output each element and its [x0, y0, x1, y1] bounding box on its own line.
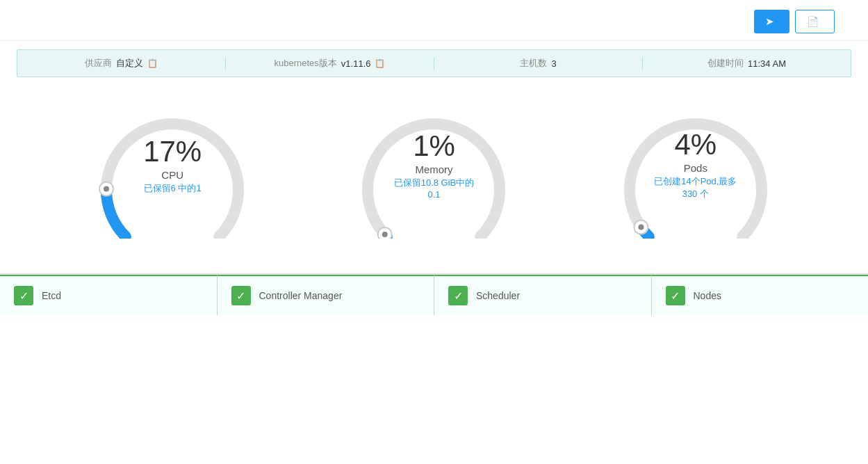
status-item-2: ✓ Scheduler	[434, 275, 652, 315]
terminal-icon: ➤	[765, 15, 774, 28]
status-check-1: ✓	[231, 286, 251, 305]
gauge-sublabel-cpu: 已保留6 中的1	[143, 182, 202, 195]
status-bar: ✓ Etcd ✓ Controller Manager ✓ Scheduler …	[0, 273, 868, 315]
gauge-sublabel-memory: 已保留10.8 GiB中的0.1	[392, 177, 475, 200]
gauge-label-memory: Memory	[392, 163, 475, 175]
gauge-sublabel-pods: 已创建14个Pod,最多330 个	[654, 175, 737, 200]
copy-icon-0[interactable]: 📋	[147, 58, 158, 68]
gauge-percent-pods: 4%	[654, 130, 737, 159]
info-value-0: 自定义	[116, 57, 143, 70]
kubectl-button[interactable]: ➤	[754, 10, 789, 33]
gauge-label-cpu: CPU	[143, 169, 202, 181]
kubeconfig-button[interactable]: 📄	[795, 10, 835, 33]
gauge-wrapper-pods: 4% Pods 已创建14个Pod,最多330 个	[612, 99, 779, 239]
gauge-percent-memory: 1%	[392, 131, 475, 161]
gauges-section: 17% CPU 已保留6 中的1 1% Memory 已保留10.8 GiB中的…	[0, 86, 868, 246]
info-item-2: 主机数 3	[434, 57, 643, 70]
status-label-3: Nodes	[694, 290, 721, 301]
info-value-1: v1.11.6	[341, 58, 371, 69]
gauge-cpu: 17% CPU 已保留6 中的1	[47, 99, 297, 239]
gauge-pods: 4% Pods 已创建14个Pod,最多330 个	[571, 99, 821, 239]
status-check-3: ✓	[666, 286, 685, 305]
more-options-button[interactable]	[840, 19, 851, 24]
page-header: ➤ 📄	[0, 0, 868, 41]
status-item-3: ✓ Nodes	[652, 275, 869, 315]
info-item-0: 供应商 自定义 📋	[17, 57, 226, 70]
status-label-2: Scheduler	[476, 290, 520, 301]
copy-icon-1[interactable]: 📋	[375, 58, 385, 68]
status-item-1: ✓ Controller Manager	[218, 275, 435, 315]
status-label-1: Controller Manager	[259, 290, 343, 301]
svg-point-5	[638, 224, 644, 230]
info-item-1: kubernetes版本 v1.11.6 📋	[226, 57, 434, 70]
info-label-1: kubernetes版本	[275, 57, 337, 70]
info-bar: 供应商 自定义 📋 kubernetes版本 v1.11.6 📋 主机数 3 创…	[17, 49, 851, 77]
header-actions: ➤ 📄	[754, 10, 851, 33]
gauge-center-memory: 1% Memory 已保留10.8 GiB中的0.1	[392, 131, 475, 200]
gauge-label-pods: Pods	[654, 162, 737, 174]
svg-point-1	[104, 186, 109, 192]
gauge-memory: 1% Memory 已保留10.8 GiB中的0.1	[309, 99, 559, 239]
status-label-0: Etcd	[42, 290, 61, 301]
info-item-3: 创建时间 11:34 AM	[643, 57, 851, 70]
info-value-2: 3	[551, 58, 556, 69]
status-item-0: ✓ Etcd	[0, 275, 218, 315]
info-label-2: 主机数	[520, 57, 547, 70]
info-value-3: 11:34 AM	[748, 58, 786, 69]
info-label-3: 创建时间	[707, 57, 744, 70]
svg-point-3	[382, 232, 388, 237]
gauge-percent-cpu: 17%	[143, 137, 202, 166]
gauge-center-cpu: 17% CPU 已保留6 中的1	[143, 137, 202, 195]
status-check-0: ✓	[14, 286, 33, 305]
status-check-2: ✓	[448, 286, 468, 305]
gauge-wrapper-memory: 1% Memory 已保留10.8 GiB中的0.1	[350, 99, 517, 239]
info-label-0: 供应商	[85, 57, 112, 70]
gauge-center-pods: 4% Pods 已创建14个Pod,最多330 个	[654, 130, 737, 200]
gauge-wrapper-cpu: 17% CPU 已保留6 中的1	[89, 99, 256, 239]
file-icon: 📄	[807, 16, 819, 27]
